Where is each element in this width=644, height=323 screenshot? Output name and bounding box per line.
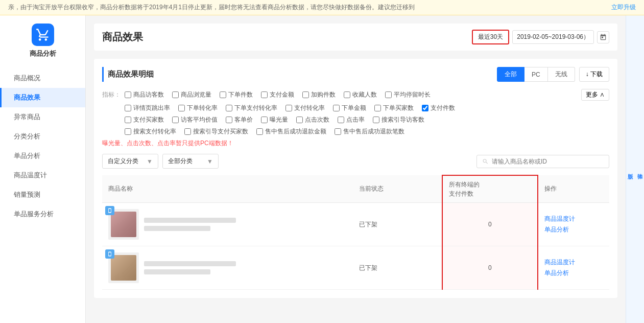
indicator-visitors[interactable]: 商品访客数: [125, 90, 164, 99]
right-panel[interactable]: 体验 新版: [626, 15, 644, 323]
main-content: 商品效果 最近30天 2019-02-05~2019-03-06） 商品效果明细…: [86, 15, 626, 323]
indicator-orders[interactable]: 下单件数: [220, 90, 253, 99]
sidebar-logo: 商品分析: [30, 24, 56, 58]
indicator-bouncerate[interactable]: 详情页跳出率: [125, 104, 170, 112]
warning-highlight: 曝光量、点击次数、点击率暂只提供PC端数据！: [102, 140, 233, 147]
product-paypieces-2: 0: [442, 246, 538, 290]
product-status-2: 已下架: [353, 246, 442, 290]
indicators-label: 指标：: [102, 90, 121, 99]
indicator-orderamt[interactable]: 下单金额: [333, 104, 366, 112]
chevron-down-icon-2: ▼: [207, 158, 213, 165]
mobile-icon-1: [105, 206, 114, 215]
product-name-blur-2b: [144, 269, 210, 274]
banner-text: 亲，由于淘宝开放平台权限收窄，商品分析数据将于2019年4月1日停止更新，届时您…: [8, 3, 415, 12]
product-actions-1: 商品温度计 单品分析: [538, 203, 609, 246]
sidebar-item-category[interactable]: 分类分析: [0, 127, 85, 146]
all-category-label: 全部分类: [168, 157, 193, 166]
product-info-1: [144, 218, 347, 231]
product-info-2: [144, 261, 347, 274]
action-single-2[interactable]: 单品分析: [544, 269, 603, 278]
sidebar-item-single[interactable]: 单品分析: [0, 146, 85, 166]
product-section: 商品效果明细 全部 PC 无线 ↓ 下载 指标： 商品访客数 商品浏览量: [94, 59, 617, 298]
page-title: 商品效果: [102, 30, 143, 44]
indicator-exposure[interactable]: 曝光量: [261, 116, 288, 124]
search-icon: [482, 158, 489, 165]
tab-group: 全部 PC 无线: [497, 67, 575, 82]
sidebar-item-effect[interactable]: 商品效果: [0, 88, 85, 107]
sidebar: 商品分析 商品概况 商品效果 异常商品 分类分析 单品分析 商品温度计 销量预测…: [0, 15, 86, 323]
indicators-row-4: 指标： 搜索支付转化率 搜索引导支付买家数 售中售后成功退款金额 售中售后成功退…: [102, 127, 609, 136]
indicators-row-2: 指标： 详情页跳出率 下单转化率 下单支付转化率 支付转化率 下单金额 下单买家…: [102, 104, 609, 112]
indicator-avgprice[interactable]: 访客平均价值: [172, 116, 218, 124]
indicator-payconvert[interactable]: 支付转化率: [285, 104, 325, 112]
indicator-orderpayconvert[interactable]: 下单支付转化率: [226, 104, 277, 112]
indicator-unitprice[interactable]: 客单价: [226, 116, 253, 124]
action-thermometer-2[interactable]: 商品温度计: [544, 258, 603, 267]
indicator-browse[interactable]: 商品浏览量: [172, 90, 211, 99]
col-action: 操作: [538, 175, 609, 203]
warning-text: 曝光量、点击次数、点击率暂只提供PC端数据！: [102, 139, 609, 148]
indicator-orderconvert[interactable]: 下单转化率: [178, 104, 218, 112]
search-box: [476, 155, 609, 168]
indicators-area: 指标： 商品访客数 商品浏览量 下单件数 支付金额 加购件数 收藏人数 平均停留…: [102, 89, 609, 148]
col-name: 商品名称: [102, 175, 353, 203]
mobile-icon-2: [105, 249, 114, 259]
calendar-icon[interactable]: [597, 31, 609, 43]
tab-pc[interactable]: PC: [524, 67, 548, 82]
indicator-payment[interactable]: 支付金额: [261, 90, 294, 99]
action-single-1[interactable]: 单品分析: [544, 225, 603, 234]
filter-left: 自定义分类 ▼ 全部分类 ▼: [102, 154, 219, 169]
indicator-searchvisit[interactable]: 搜索引导访客数: [373, 116, 424, 124]
section-title-text: 商品效果明细: [108, 70, 154, 79]
upgrade-link[interactable]: 立即升级: [611, 3, 636, 12]
indicator-collect[interactable]: 收藏人数: [344, 90, 377, 99]
tab-wireless[interactable]: 无线: [548, 67, 575, 82]
custom-category-select[interactable]: 自定义分类 ▼: [102, 154, 158, 169]
indicator-refundcount[interactable]: 售中售后成功退款笔数: [335, 127, 404, 136]
sidebar-item-thermometer[interactable]: 商品温度计: [0, 166, 85, 185]
sidebar-item-overview[interactable]: 商品概况: [0, 68, 85, 88]
sidebar-item-abnormal[interactable]: 异常商品: [0, 107, 85, 127]
indicators-row-1: 指标： 商品访客数 商品浏览量 下单件数 支付金额 加购件数 收藏人数 平均停留…: [102, 89, 609, 101]
indicator-avgstay[interactable]: 平均停留时长: [385, 90, 431, 99]
indicator-searchpayvisit[interactable]: 搜索引导支付买家数: [184, 127, 248, 136]
all-category-select[interactable]: 全部分类 ▼: [162, 154, 219, 169]
indicator-clicks[interactable]: 点击次数: [296, 116, 329, 124]
indicator-paybuyers[interactable]: 支付买家数: [125, 116, 164, 124]
search-input[interactable]: [492, 158, 604, 165]
indicator-addcart[interactable]: 加购件数: [302, 90, 336, 99]
logo-icon: [32, 24, 54, 46]
sidebar-item-service[interactable]: 单品服务分析: [0, 204, 85, 224]
table-row: 已下架 0 商品温度计 单品分析: [102, 203, 609, 246]
table-row: 已下架 0 商品温度计 单品分析: [102, 246, 609, 290]
product-paypieces-1: 0: [442, 203, 538, 246]
date-range-text: 2019-02-05~2019-03-06）: [512, 30, 594, 44]
sidebar-item-forecast[interactable]: 销量预测: [0, 185, 85, 204]
top-banner: 亲，由于淘宝开放平台权限收窄，商品分析数据将于2019年4月1日停止更新，届时您…: [0, 0, 644, 15]
product-actions-2: 商品温度计 单品分析: [538, 246, 609, 290]
indicators-row-3: 指标： 支付买家数 访客平均价值 客单价 曝光量 点击次数 点击率 搜索引导访客…: [102, 116, 609, 124]
product-table: 商品名称 当前状态 所有终端的 支付件数 操作: [102, 175, 609, 290]
indicator-paypieces[interactable]: 支付件数: [422, 104, 455, 112]
product-thumb-1: [108, 209, 139, 240]
product-status-1: 已下架: [353, 203, 442, 246]
action-thermometer-1[interactable]: 商品温度计: [544, 215, 603, 223]
product-name-blur-1: [144, 218, 236, 223]
sidebar-logo-text: 商品分析: [30, 49, 56, 58]
product-image-placeholder-2: [111, 255, 136, 281]
chevron-down-icon: ▼: [147, 158, 153, 165]
more-button[interactable]: 更多 ∧: [581, 89, 609, 101]
indicator-clickrate[interactable]: 点击率: [338, 116, 365, 124]
indicator-searchorderconvert[interactable]: 搜索支付转化率: [125, 127, 176, 136]
col-paypieces: 所有终端的 支付件数: [442, 175, 538, 203]
product-name-blur-1b: [144, 226, 210, 231]
product-cell-1: [102, 203, 353, 246]
indicator-orderbuyers[interactable]: 下单买家数: [374, 104, 414, 112]
filter-row: 自定义分类 ▼ 全部分类 ▼: [102, 154, 609, 169]
tab-all[interactable]: 全部: [497, 67, 524, 82]
section-title-row: 商品效果明细 全部 PC 无线 ↓ 下载: [102, 67, 609, 82]
date-range-button[interactable]: 最近30天: [472, 30, 509, 44]
custom-category-label: 自定义分类: [108, 157, 138, 166]
indicator-refundamt[interactable]: 售中售后成功退款金额: [256, 127, 326, 136]
download-button[interactable]: ↓ 下载: [579, 67, 609, 82]
